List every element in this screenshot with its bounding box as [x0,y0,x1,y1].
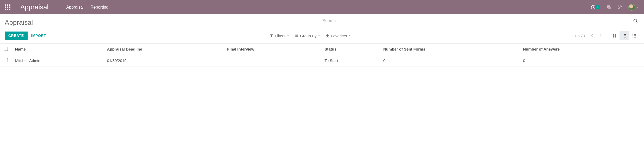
cell-name: Mitchell Admin [11,55,103,66]
svg-rect-14 [635,37,636,38]
pager-prev[interactable] [589,33,595,39]
chevron-down-icon [636,6,639,9]
svg-rect-12 [633,37,634,38]
col-status[interactable]: Status [321,44,379,55]
favorites-button[interactable]: Favorites [326,34,351,38]
favorites-label: Favorites [331,34,347,38]
nav-links: Appraisal Reporting [66,5,108,10]
cell-deadline: 01/30/2019 [103,55,223,66]
activity-button[interactable]: 8 [591,5,600,10]
cell-final-interview [223,55,321,66]
view-activity-button[interactable] [629,31,639,40]
nav-link-appraisal[interactable]: Appraisal [66,5,84,10]
svg-rect-10 [634,35,635,36]
svg-rect-9 [633,35,634,36]
chevron-down-icon [287,34,289,37]
svg-rect-2 [613,34,615,36]
import-button[interactable]: IMPORT [31,34,46,38]
search-wrap [322,17,640,25]
svg-point-1 [634,19,637,22]
svg-rect-13 [634,37,635,38]
control-panel: Appraisal CREATE IMPORT Filters Group By [0,14,644,44]
svg-rect-5 [615,36,616,38]
pager: 1-1 / 1 [574,33,603,39]
groupby-label: Group By [300,34,316,38]
app-name: Appraisal [20,3,48,11]
chevron-left-icon [590,34,594,37]
view-list-button[interactable] [620,31,629,40]
svg-rect-11 [635,35,636,36]
kanban-icon [612,34,617,38]
table-header-row: Name Appraisal Deadline Final Interview … [0,44,644,55]
col-final-interview[interactable]: Final Interview [223,44,321,55]
empty-row [0,66,644,78]
svg-rect-4 [613,36,615,38]
list-icon [295,34,299,38]
list-table: Name Appraisal Deadline Final Interview … [0,44,644,89]
row-checkbox[interactable] [4,58,8,62]
chevron-right-icon [599,34,602,37]
nav-link-reporting[interactable]: Reporting [90,5,108,10]
pager-text[interactable]: 1-1 / 1 [574,34,586,38]
list-view-icon [622,34,627,38]
cell-answers: 0 [519,55,644,66]
svg-rect-7 [634,34,635,35]
tools-icon[interactable] [617,5,623,10]
table-row[interactable]: Mitchell Admin 01/30/2019 To Start 0 0 [0,55,644,66]
create-button[interactable]: CREATE [5,32,28,40]
discuss-icon[interactable] [606,4,612,10]
page-title: Appraisal [5,18,33,27]
cell-status: To Start [321,55,379,66]
col-answers[interactable]: Number of Answers [519,44,644,55]
filters-label: Filters [275,34,285,38]
search-options: Filters Group By Favorites [270,34,351,38]
search-input[interactable] [322,17,640,25]
pager-next[interactable] [598,33,603,39]
select-all-checkbox[interactable] [4,47,8,51]
top-navbar: Appraisal Appraisal Reporting 8 [0,0,644,14]
view-kanban-button[interactable] [610,31,620,40]
groupby-button[interactable]: Group By [295,34,320,38]
cell-sent-forms: 0 [380,55,520,66]
svg-rect-3 [615,34,616,36]
notif-badge: 8 [595,5,600,9]
apps-icon[interactable] [5,4,10,10]
chevron-down-icon [348,34,351,37]
funnel-icon [270,34,273,38]
grid-dots-icon [632,34,636,38]
col-name[interactable]: Name [11,44,103,55]
empty-row [0,78,644,89]
avatar [628,4,635,11]
col-deadline[interactable]: Appraisal Deadline [103,44,223,55]
star-icon [326,34,329,38]
search-icon[interactable] [633,18,638,24]
svg-rect-8 [635,34,636,35]
svg-rect-6 [633,34,634,35]
col-sent-forms[interactable]: Number of Sent Forms [380,44,520,55]
view-switcher [610,31,639,40]
filters-button[interactable]: Filters [270,34,289,38]
chevron-down-icon [318,34,320,37]
user-menu[interactable] [628,4,639,11]
